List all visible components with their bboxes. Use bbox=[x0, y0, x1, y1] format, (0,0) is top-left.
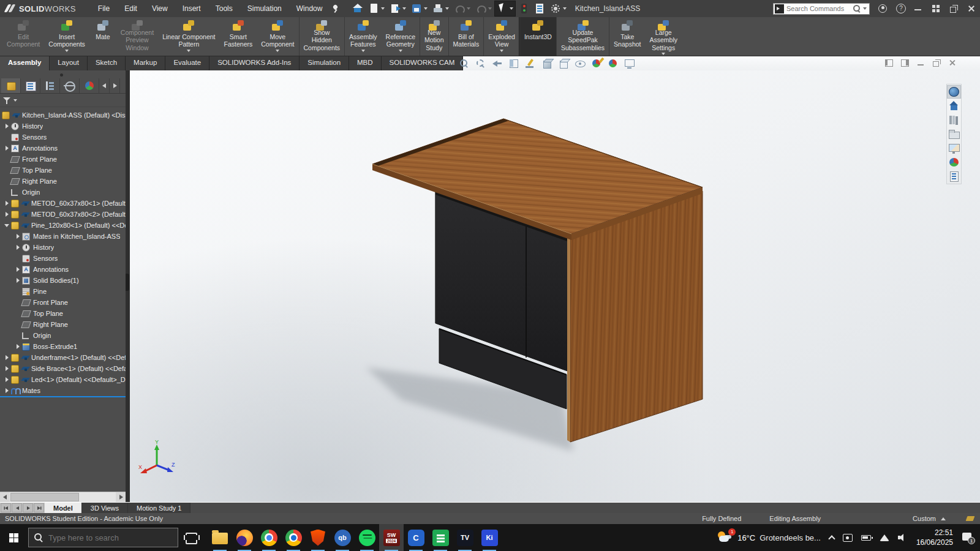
exploded-view-button[interactable]: Exploded View bbox=[483, 17, 519, 56]
tab-simulation[interactable]: Simulation bbox=[300, 56, 349, 70]
tab-model[interactable]: Model bbox=[45, 503, 82, 513]
file-properties-icon[interactable] bbox=[532, 1, 547, 16]
wifi-icon[interactable] bbox=[880, 534, 889, 541]
tree-item[interactable]: Annotations bbox=[0, 143, 126, 154]
expand-arrow-icon[interactable] bbox=[4, 376, 10, 383]
annotation-views-icon[interactable] bbox=[524, 58, 537, 69]
tree-item[interactable]: History bbox=[0, 242, 126, 253]
scroll-right-icon[interactable] bbox=[116, 492, 126, 502]
scrollbar-thumb[interactable] bbox=[10, 493, 79, 501]
first-tab-icon[interactable] bbox=[1, 503, 11, 512]
tab-solidworks-add-ins[interactable]: SOLIDWORKS Add-Ins bbox=[209, 56, 300, 70]
tree-item[interactable]: Right Plane bbox=[0, 319, 126, 330]
propertymanager-tab[interactable] bbox=[21, 78, 40, 93]
panel-horizontal-scrollbar[interactable] bbox=[0, 492, 126, 502]
last-tab-icon[interactable] bbox=[34, 503, 44, 512]
featuremanager-tree-tab[interactable] bbox=[1, 78, 21, 93]
rebuild-icon[interactable] bbox=[516, 1, 531, 16]
tree-item[interactable]: METOD_60x37x80<2> (Default) < bbox=[0, 209, 126, 220]
apply-scene-icon[interactable] bbox=[607, 58, 619, 69]
tree-item[interactable]: Origin bbox=[0, 330, 126, 341]
apps-grid-icon[interactable] bbox=[931, 4, 941, 13]
graphics-viewport[interactable]: Y X Z bbox=[130, 70, 980, 502]
tradingview-icon[interactable]: TV bbox=[453, 524, 477, 551]
tree-item[interactable]: Sensors bbox=[0, 253, 126, 264]
zoom-to-fit-icon[interactable] bbox=[458, 58, 470, 69]
tree-item[interactable]: Solid Bodies(1) bbox=[0, 275, 126, 286]
new-document-icon[interactable] bbox=[366, 1, 386, 16]
tab-assembly[interactable]: Assembly bbox=[0, 56, 50, 70]
restore-window-icon[interactable] bbox=[949, 4, 959, 13]
expand-arrow-icon[interactable] bbox=[4, 144, 10, 152]
expand-arrow-icon[interactable] bbox=[4, 222, 10, 229]
chrome-icon[interactable] bbox=[257, 524, 281, 551]
battery-icon[interactable] bbox=[861, 535, 871, 541]
options-gear-icon[interactable] bbox=[548, 1, 568, 16]
tab-motion-study-1[interactable]: Motion Study 1 bbox=[128, 503, 190, 513]
smart-fasteners-button[interactable]: Smart Fasteners bbox=[220, 17, 257, 56]
help-icon[interactable] bbox=[895, 4, 905, 13]
appearances-scenes-icon[interactable] bbox=[948, 156, 960, 168]
tree-item[interactable]: Right Plane bbox=[0, 176, 126, 187]
component-preview-window-button[interactable]: Component Preview Window bbox=[116, 17, 158, 56]
file-explorer-icon[interactable] bbox=[208, 524, 232, 551]
brave-icon[interactable] bbox=[306, 524, 330, 551]
expand-arrow-icon[interactable] bbox=[4, 354, 10, 361]
open-icon[interactable] bbox=[388, 1, 408, 16]
scroll-left-icon[interactable] bbox=[0, 492, 10, 502]
expand-arrow-icon[interactable] bbox=[15, 343, 21, 350]
tree-item[interactable]: Kitchen_Island-ASS (Default) <Display bbox=[0, 110, 126, 121]
dimxpertmanager-tab[interactable] bbox=[60, 78, 80, 93]
assembly-features-button[interactable]: Assembly Features bbox=[344, 17, 382, 56]
design-library-icon[interactable] bbox=[948, 114, 960, 126]
tab-solidworks-cam[interactable]: SOLIDWORKS CAM bbox=[382, 56, 464, 70]
minimize-window-icon[interactable] bbox=[913, 4, 923, 13]
search-commands-input[interactable] bbox=[786, 5, 853, 12]
panel-grab-handle[interactable] bbox=[60, 73, 63, 77]
take-snapshot-button[interactable]: Take Snapshot bbox=[609, 17, 645, 56]
menu-simulation[interactable]: Simulation bbox=[241, 2, 288, 15]
tab-mbd[interactable]: MBD bbox=[349, 56, 382, 70]
menu-tools[interactable]: Tools bbox=[209, 2, 239, 15]
qbittorrent-icon[interactable]: qb bbox=[330, 524, 355, 551]
search-icon[interactable] bbox=[853, 4, 861, 13]
kitchen-island-model[interactable] bbox=[130, 70, 980, 502]
collapse-left-pane-icon[interactable] bbox=[884, 59, 893, 67]
tree-item[interactable]: Led<1> (Default) <<Default>_Dis bbox=[0, 374, 126, 385]
chrome-profile-icon[interactable] bbox=[281, 524, 306, 551]
expand-arrow-icon[interactable] bbox=[4, 200, 10, 207]
custom-properties-icon[interactable] bbox=[948, 170, 960, 182]
minimize-document-icon[interactable] bbox=[916, 59, 925, 67]
hide-show-items-icon[interactable] bbox=[574, 58, 586, 69]
tab-layout[interactable]: Layout bbox=[50, 56, 88, 70]
solidworks-2024-icon[interactable]: SW2024 bbox=[379, 524, 404, 551]
home-tab-icon[interactable] bbox=[948, 100, 960, 112]
tree-item[interactable]: Boss-Extrude1 bbox=[0, 341, 126, 352]
tree-item[interactable]: History bbox=[0, 121, 126, 132]
taskbar-search-input[interactable] bbox=[48, 533, 165, 542]
solidworks-resources-icon[interactable] bbox=[948, 86, 960, 98]
expand-arrow-icon[interactable] bbox=[15, 277, 21, 284]
zoom-to-area-icon[interactable] bbox=[475, 58, 487, 69]
taskbar-clock[interactable]: 22:51 16/06/2025 bbox=[916, 528, 953, 547]
display-style-icon[interactable] bbox=[557, 58, 570, 69]
task-view-icon[interactable] bbox=[178, 524, 203, 551]
tab-sketch[interactable]: Sketch bbox=[88, 56, 126, 70]
previous-tab-icon[interactable] bbox=[12, 503, 22, 512]
tree-item[interactable]: Annotations bbox=[0, 264, 126, 275]
view-palette-icon[interactable] bbox=[948, 142, 960, 154]
redo-icon[interactable] bbox=[473, 1, 494, 16]
expand-arrow-icon[interactable] bbox=[15, 233, 21, 240]
notification-center-icon[interactable]: 1 bbox=[962, 532, 974, 543]
firefox-icon[interactable] bbox=[232, 524, 257, 551]
home-icon[interactable] bbox=[350, 1, 365, 16]
configuration-selector[interactable]: Custom bbox=[913, 515, 936, 522]
configurationmanager-tab[interactable] bbox=[40, 78, 60, 93]
user-account-icon[interactable] bbox=[878, 4, 888, 13]
menu-insert[interactable]: Insert bbox=[176, 2, 207, 15]
weather-widget[interactable]: 1 16°C Grotendeels be... bbox=[717, 531, 821, 544]
filter-caret-icon[interactable] bbox=[13, 99, 17, 102]
tree-item[interactable]: Front Plane bbox=[0, 297, 126, 308]
cast-display-icon[interactable] bbox=[843, 534, 853, 542]
mate-button[interactable]: Mate bbox=[89, 17, 116, 56]
